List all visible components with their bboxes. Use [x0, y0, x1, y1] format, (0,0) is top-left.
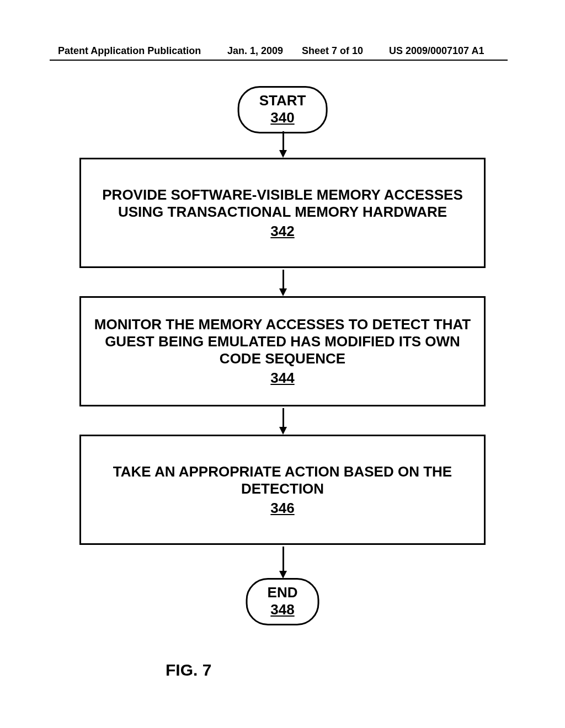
header-date: Jan. 1, 2009 — [227, 45, 283, 57]
header-rule — [50, 60, 508, 61]
flow-step-344-text: MONITOR THE MEMORY ACCESSES TO DETECT TH… — [92, 316, 473, 367]
flow-end-ref: 348 — [268, 601, 298, 618]
flow-end: END 348 — [246, 578, 319, 625]
flow-step-346: TAKE AN APPROPRIATE ACTION BASED ON THE … — [79, 435, 486, 545]
flow-start-label: START — [259, 92, 306, 109]
figure-label: FIG. 7 — [166, 661, 211, 679]
flow-step-344: MONITOR THE MEMORY ACCESSES TO DETECT TH… — [79, 296, 486, 406]
flow-step-346-text: TAKE AN APPROPRIATE ACTION BASED ON THE … — [92, 463, 473, 497]
flow-step-346-ref: 346 — [270, 500, 294, 517]
flow-step-342-text: PROVIDE SOFTWARE-VISIBLE MEMORY ACCESSES… — [92, 186, 473, 221]
flow-start: START 340 — [238, 86, 328, 133]
header-sheet: Sheet 7 of 10 — [302, 45, 363, 57]
header-docnum: US 2009/0007107 A1 — [389, 45, 484, 57]
flow-step-342: PROVIDE SOFTWARE-VISIBLE MEMORY ACCESSES… — [79, 158, 486, 268]
flow-end-label: END — [268, 584, 298, 601]
header-publication: Patent Application Publication — [58, 45, 201, 57]
flow-step-342-ref: 342 — [270, 223, 294, 240]
flow-step-344-ref: 344 — [270, 370, 294, 387]
flow-start-ref: 340 — [259, 109, 306, 126]
